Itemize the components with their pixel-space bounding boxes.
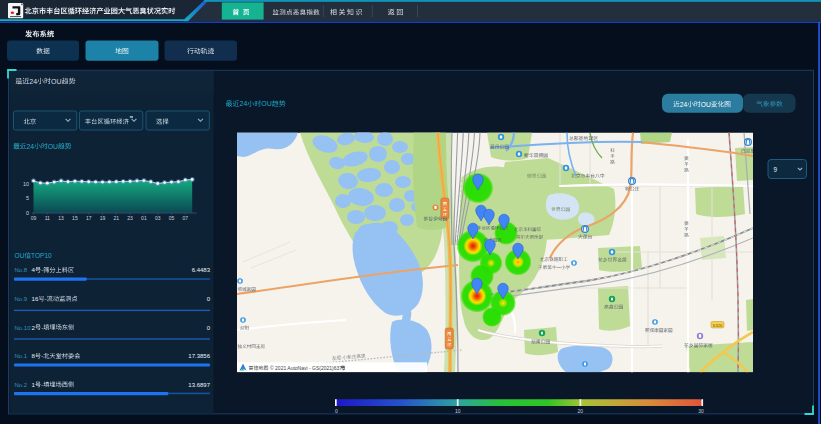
svg-text:24: 24 <box>240 100 248 107</box>
svg-text:5: 5 <box>26 195 29 201</box>
svg-text:2: 2 <box>32 324 36 331</box>
svg-text:21: 21 <box>114 215 120 221</box>
svg-text:OU: OU <box>701 101 711 108</box>
svg-text:10: 10 <box>23 181 29 187</box>
svg-text:10: 10 <box>455 408 461 414</box>
svg-text:No.9: No.9 <box>15 296 28 302</box>
svg-text:03: 03 <box>155 215 161 221</box>
svg-text:17: 17 <box>86 215 92 221</box>
svg-text:13: 13 <box>58 215 64 221</box>
svg-text:-: - <box>45 295 47 302</box>
svg-text:9: 9 <box>774 166 778 173</box>
svg-text:S326: S326 <box>713 323 723 328</box>
svg-text:OU: OU <box>15 252 25 259</box>
svg-text:1: 1 <box>32 381 36 388</box>
svg-text:20: 20 <box>578 408 584 414</box>
svg-text:No.8: No.8 <box>15 267 28 273</box>
svg-text:18: 18 <box>588 136 594 141</box>
svg-text:11: 11 <box>45 215 50 221</box>
svg-text:No.1: No.1 <box>15 353 28 359</box>
svg-text:24: 24 <box>680 101 688 108</box>
svg-text:TOP10: TOP10 <box>31 252 52 259</box>
svg-text:0: 0 <box>26 210 29 216</box>
svg-text:13.6897: 13.6897 <box>188 382 210 388</box>
svg-text:8: 8 <box>32 352 36 359</box>
svg-text:09: 09 <box>31 215 37 221</box>
svg-text:17.3856: 17.3856 <box>188 353 210 359</box>
svg-text:OU: OU <box>51 78 62 85</box>
svg-text:24: 24 <box>29 78 37 85</box>
svg-text:OU: OU <box>48 143 58 150</box>
svg-text:07: 07 <box>183 215 189 221</box>
svg-text:16: 16 <box>32 295 39 302</box>
svg-text:No.2: No.2 <box>15 382 28 388</box>
svg-text:24: 24 <box>27 143 35 150</box>
svg-text:15: 15 <box>72 215 78 221</box>
svg-text:6.4483: 6.4483 <box>192 267 211 273</box>
svg-text:23: 23 <box>127 215 133 221</box>
svg-text:05: 05 <box>169 215 175 221</box>
svg-text:© 2021 AutoNavi - GS(2021)6375: © 2021 AutoNavi - GS(2021)6375 <box>270 365 345 371</box>
svg-text:4: 4 <box>32 266 36 273</box>
svg-text:-: - <box>41 324 43 331</box>
svg-text:01: 01 <box>141 215 147 221</box>
svg-text:19: 19 <box>100 215 106 221</box>
svg-text:30: 30 <box>698 408 704 414</box>
svg-text:0: 0 <box>335 408 338 414</box>
svg-text:OU: OU <box>261 100 272 107</box>
svg-text:No.10: No.10 <box>15 325 32 331</box>
svg-text:-: - <box>41 266 43 273</box>
svg-text:-: - <box>41 381 43 388</box>
svg-text:-: - <box>41 352 43 359</box>
